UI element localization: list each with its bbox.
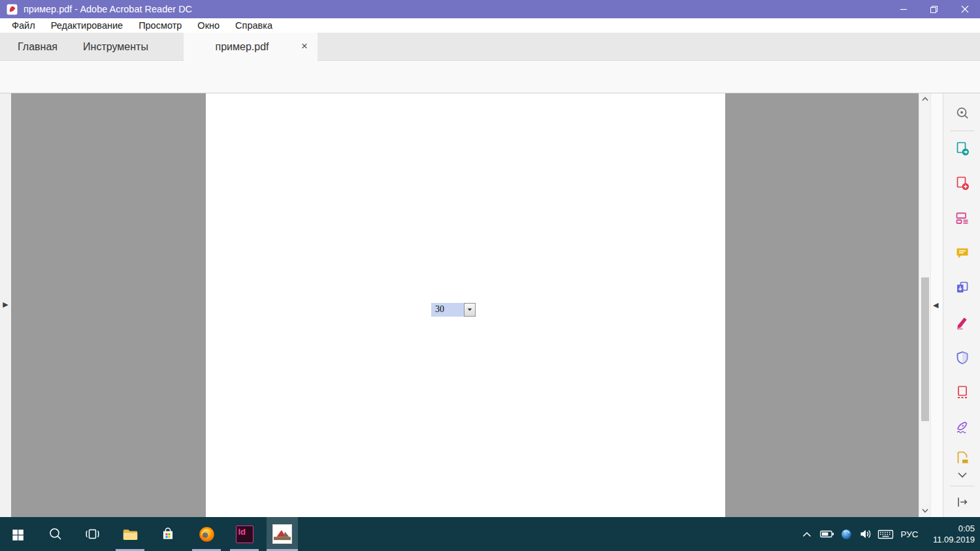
- main-area: ▶ 30 ◀: [0, 93, 980, 517]
- rail-separator: [950, 486, 974, 486]
- shield-icon: [955, 350, 970, 366]
- tools-pane-strip: ◀: [930, 93, 943, 517]
- volume-button[interactable]: [856, 517, 875, 551]
- battery-icon: [819, 526, 835, 542]
- menu-edit[interactable]: Редактирование: [43, 18, 131, 33]
- combo-dropdown-button[interactable]: [464, 303, 476, 317]
- battery-indicator[interactable]: [817, 517, 836, 551]
- scroll-down-icon[interactable]: [922, 509, 928, 513]
- task-view-icon: [84, 526, 101, 542]
- rail-fill-sign-icon: [955, 315, 970, 330]
- window-title: пример.pdf - Adobe Acrobat Reader DC: [24, 4, 192, 14]
- tab-home-label: Главная: [18, 41, 57, 53]
- tab-document[interactable]: пример.pdf ×: [184, 33, 318, 61]
- tab-tools-label: Инструменты: [83, 41, 148, 53]
- menu-window[interactable]: Окно: [189, 18, 227, 33]
- acrobat-taskbar-button[interactable]: [267, 517, 298, 551]
- windows-logo-icon: [10, 527, 25, 542]
- rail-comment-icon: [955, 245, 970, 261]
- keyboard-icon: [877, 526, 894, 542]
- scrollbar-thumb[interactable]: [921, 277, 929, 421]
- collapse-tools-pane-icon[interactable]: ◀: [933, 301, 938, 309]
- certificates-button[interactable]: [949, 415, 975, 439]
- close-button[interactable]: [949, 0, 980, 18]
- microsoft-store-icon: [159, 526, 176, 543]
- taskbar-search-button[interactable]: [40, 517, 71, 551]
- task-view-button[interactable]: [76, 517, 108, 551]
- start-button[interactable]: [2, 517, 33, 551]
- menu-help[interactable]: Справка: [227, 18, 280, 33]
- edit-pdf-icon: [955, 210, 970, 226]
- scroll-up-icon[interactable]: [922, 97, 928, 101]
- touch-keyboard-button[interactable]: [875, 517, 895, 551]
- combine-files-icon: [955, 280, 970, 296]
- blue-orb-icon: [840, 527, 853, 541]
- taskbar-search-icon: [48, 526, 63, 542]
- rail-search-button[interactable]: [949, 101, 975, 125]
- tray-expand-button[interactable]: [797, 517, 817, 551]
- chevron-down-icon: [957, 472, 968, 479]
- open-pane-arrow-icon: [955, 495, 970, 509]
- export-pdf-icon: [955, 141, 970, 157]
- menu-file[interactable]: Файл: [4, 18, 43, 33]
- nav-pane-strip: ▶: [0, 93, 11, 517]
- more-tools-chevron[interactable]: [949, 469, 975, 482]
- tab-home[interactable]: Главная: [7, 33, 69, 61]
- combo-value-field[interactable]: 30: [431, 303, 464, 317]
- document-canvas[interactable]: 30: [11, 93, 919, 517]
- clock-date: 11.09.2019: [924, 534, 975, 545]
- edit-pdf-button[interactable]: [949, 206, 975, 230]
- title-bar: пример.pdf - Adobe Acrobat Reader DC: [0, 0, 980, 18]
- speaker-icon: [858, 526, 874, 542]
- expand-nav-pane-icon[interactable]: ▶: [3, 300, 8, 309]
- compress-pdf-button[interactable]: [949, 381, 975, 404]
- indesign-icon: Id: [236, 526, 253, 543]
- firefox-button[interactable]: [191, 517, 222, 551]
- stamp-button[interactable]: [949, 446, 975, 469]
- chevron-down-icon: [467, 308, 472, 311]
- file-explorer-button[interactable]: [114, 517, 146, 551]
- restore-button[interactable]: [919, 0, 949, 18]
- protect-pdf-button[interactable]: [949, 346, 975, 370]
- rail-fill-sign-button[interactable]: [949, 311, 975, 334]
- combine-files-button[interactable]: [949, 276, 975, 300]
- microsoft-store-button[interactable]: [152, 517, 184, 551]
- menu-bar: Файл Редактирование Просмотр Окно Справк…: [0, 18, 980, 33]
- pdf-page[interactable]: 30: [206, 93, 725, 517]
- acrobat-taskbar-icon: [272, 524, 292, 544]
- rail-separator: [950, 131, 974, 131]
- acrobat-app-icon: [7, 4, 18, 15]
- menu-view[interactable]: Просмотр: [131, 18, 189, 33]
- form-combo-box: 30: [431, 303, 476, 317]
- vertical-scrollbar[interactable]: [919, 93, 930, 517]
- chevron-up-icon: [802, 531, 811, 537]
- minimize-button[interactable]: [888, 0, 919, 18]
- clock[interactable]: 0:05 11.09.2019: [924, 523, 980, 545]
- create-pdf-icon: [955, 176, 970, 191]
- tray-app-button[interactable]: [836, 517, 856, 551]
- tab-close-icon[interactable]: ×: [298, 40, 311, 53]
- open-tools-pane-button[interactable]: [949, 490, 975, 514]
- clock-time: 0:05: [924, 523, 975, 534]
- language-indicator[interactable]: РУС: [895, 517, 924, 551]
- certificate-pen-icon: [955, 419, 970, 435]
- windows-taskbar: Id: [0, 517, 980, 551]
- tab-bar: Главная Инструменты пример.pdf × ? Войти: [0, 33, 980, 61]
- rail-search-icon: [955, 106, 970, 121]
- export-pdf-button[interactable]: [949, 137, 975, 161]
- indesign-button[interactable]: Id: [229, 517, 260, 551]
- document-toolbar: / 1 75%: [0, 61, 980, 93]
- compress-pdf-icon: [955, 385, 970, 400]
- file-explorer-icon: [122, 526, 139, 543]
- stamp-doc-icon: [955, 450, 970, 465]
- tab-tools[interactable]: Инструменты: [73, 33, 158, 61]
- tools-rail: [943, 93, 980, 517]
- acrobat-reader-window: пример.pdf - Adobe Acrobat Reader DC Фай…: [0, 0, 980, 551]
- create-pdf-button[interactable]: [949, 172, 975, 195]
- system-tray: РУС 0:05 11.09.2019: [797, 517, 980, 551]
- rail-comment-button[interactable]: [949, 242, 975, 265]
- tab-document-label: пример.pdf: [216, 41, 269, 53]
- firefox-icon: [198, 526, 216, 543]
